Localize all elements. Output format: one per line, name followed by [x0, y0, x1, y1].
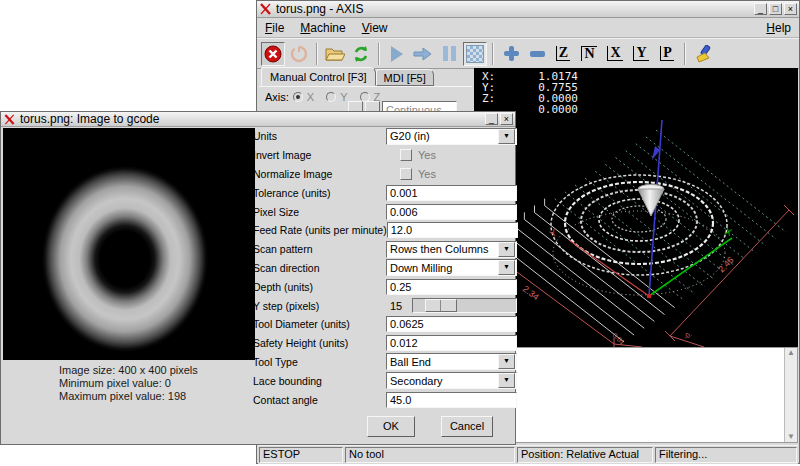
chevron-down-icon[interactable]: ▼ [498, 373, 515, 388]
dialog-title: torus.png: Image to gcode [20, 112, 159, 126]
menu-help[interactable]: Help [758, 20, 799, 36]
y-step-label: Y step (pixels) [253, 300, 386, 312]
toolbar-separator [492, 43, 494, 65]
slider-handle[interactable] [425, 299, 457, 312]
open-folder-icon [325, 46, 345, 62]
cancel-button[interactable]: Cancel [441, 416, 493, 437]
scroll-up-icon[interactable]: ▲ [787, 348, 795, 358]
tab-mdi[interactable]: MDI [F5] [376, 69, 434, 86]
open-file-button[interactable] [323, 42, 347, 66]
scan-pattern-label: Scan pattern [253, 243, 386, 255]
view-y-icon: Y [633, 46, 648, 61]
run-button[interactable] [385, 42, 409, 66]
tolerance-label: Tolerance (units) [253, 187, 386, 199]
reload-button[interactable] [349, 42, 373, 66]
pause-icon [443, 46, 456, 61]
clear-plot-button[interactable] [691, 42, 715, 66]
axis-label: Axis: [265, 91, 289, 103]
invert-image-checkbox[interactable] [400, 149, 412, 161]
menu-file[interactable]: File [257, 20, 292, 36]
view-p-button[interactable]: P [655, 42, 679, 66]
machine-power-button[interactable] [287, 42, 311, 66]
stop-icon [466, 45, 484, 63]
output-pane[interactable]: ▲ ▼ [474, 347, 798, 443]
status-estop: ESTOP [259, 447, 343, 463]
view-x-icon: X [607, 46, 622, 61]
tool-diameter-input[interactable] [386, 316, 517, 332]
step-icon [413, 46, 433, 62]
dro-readout: X:1.0174 Y:0.7755 Z:0.0000 0.0000 [482, 71, 578, 115]
axis-titlebar[interactable]: torus.png - AXIS _ □ × [257, 1, 799, 18]
tool-type-select[interactable]: Ball End ▼ [386, 353, 517, 370]
annotation-2: -0. [682, 330, 693, 341]
zoom-out-button[interactable] [525, 42, 549, 66]
tab-manual-control[interactable]: Manual Control [F3] [261, 67, 376, 86]
dialog-close-button[interactable]: × [500, 113, 513, 125]
pause-button[interactable] [437, 42, 461, 66]
origin-marker [647, 294, 651, 298]
stop-button[interactable] [463, 42, 487, 66]
y-step-value: 15 [386, 300, 412, 312]
depth-input[interactable] [386, 279, 517, 295]
status-tool: No tool [345, 447, 515, 463]
dialog-titlebar[interactable]: torus.png: Image to gcode _ × [1, 112, 515, 127]
lace-bounding-label: Lace bounding [253, 375, 386, 387]
scroll-down-icon[interactable]: ▼ [787, 432, 795, 442]
lace-bounding-select[interactable]: Secondary ▼ [386, 372, 517, 389]
menu-machine[interactable]: Machine [292, 20, 353, 36]
invert-image-label: Invert Image [253, 149, 386, 161]
chevron-down-icon[interactable]: ▼ [498, 242, 515, 257]
status-filtering: Filtering... [655, 447, 797, 463]
scan-direction-select[interactable]: Down Milling ▼ [386, 259, 517, 276]
axis-y-label: Y [340, 91, 347, 103]
gl-preview[interactable]: 2.34 2.46 Y X [474, 68, 798, 347]
chevron-down-icon[interactable]: ▼ [498, 260, 515, 275]
toolbar-separator [684, 43, 686, 65]
close-button[interactable]: × [784, 3, 797, 15]
ok-button[interactable]: OK [367, 416, 415, 437]
maximize-button[interactable]: □ [769, 3, 782, 15]
menubar: File Machine View Help [257, 18, 799, 38]
zoom-in-button[interactable] [499, 42, 523, 66]
dimension-left: 2.34 [521, 284, 541, 303]
axis-x-label: X [307, 91, 314, 103]
menu-view[interactable]: View [354, 20, 396, 36]
minimize-button[interactable]: _ [754, 3, 767, 15]
dialog-minimize-button[interactable]: _ [485, 113, 498, 125]
safety-height-label: Safety Height (units) [253, 337, 386, 349]
axis-app-icon [259, 3, 272, 15]
estop-button[interactable] [261, 42, 285, 66]
dro-z-label: Z: [482, 93, 495, 104]
chevron-down-icon[interactable]: ▼ [498, 354, 515, 369]
normalize-image-checkbox[interactable] [400, 168, 412, 180]
axis-x-radio[interactable] [293, 92, 303, 102]
safety-height-input[interactable] [386, 335, 517, 351]
tab-pane-border [259, 86, 472, 87]
y-axis-label: Y [548, 227, 560, 240]
view-x-button[interactable]: X [603, 42, 627, 66]
tool-type-label: Tool Type [253, 356, 386, 368]
step-button[interactable] [411, 42, 435, 66]
view-z-button[interactable]: Z [551, 42, 575, 66]
feed-rate-label: Feed Rate (units per minute) [253, 224, 387, 236]
image-size-text: Image size: 400 x 400 pixels [59, 364, 198, 377]
view-y-button[interactable]: Y [629, 42, 653, 66]
toolbar-separator [378, 43, 380, 65]
pixel-size-input[interactable] [386, 204, 517, 220]
dro-4-value: 0.0000 [538, 104, 578, 115]
dimension-right: 2.46 [716, 255, 735, 275]
feed-rate-input[interactable] [387, 222, 518, 238]
contact-angle-input[interactable] [386, 392, 517, 408]
tolerance-input[interactable] [386, 185, 517, 201]
status-position: Position: Relative Actual [517, 447, 653, 463]
units-label: Units [253, 130, 386, 142]
view-z2-button[interactable]: N [577, 42, 601, 66]
x-axis-label: X [723, 226, 733, 239]
notebook-tabs: Manual Control [F3] MDI [F5] [261, 67, 434, 86]
scan-pattern-select[interactable]: Rows then Columns ▼ [386, 241, 517, 258]
chevron-down-icon[interactable]: ▼ [498, 129, 515, 144]
y-step-slider[interactable] [412, 298, 517, 313]
scrollbar[interactable]: ▲ ▼ [784, 348, 797, 442]
units-select[interactable]: G20 (in) ▼ [386, 128, 517, 145]
axis-y-radio[interactable] [326, 92, 336, 102]
